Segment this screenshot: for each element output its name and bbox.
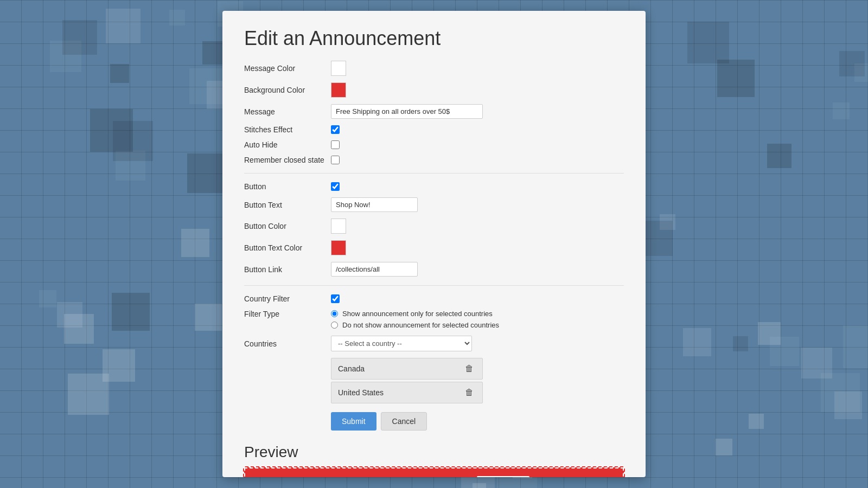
button-text-color-row: Button Text Color xyxy=(244,240,624,255)
remember-label: Remember closed state xyxy=(244,156,331,164)
stitches-label: Stitches Effect xyxy=(244,125,331,134)
submit-button[interactable]: Submit xyxy=(331,412,376,431)
remember-row: Remember closed state xyxy=(244,156,624,164)
cancel-button[interactable]: Cancel xyxy=(381,412,427,431)
message-color-swatch[interactable] xyxy=(331,61,346,76)
preview-title: Preview xyxy=(244,444,624,461)
message-input[interactable] xyxy=(331,104,483,119)
preview-shop-now-button[interactable]: Shop Now! xyxy=(477,476,529,477)
button-row: Button xyxy=(244,182,624,191)
filter-type-options: Show announcement only for selected coun… xyxy=(331,310,499,329)
country-filter-label: Country Filter xyxy=(244,294,331,303)
country-item-canada: Canada 🗑 xyxy=(331,358,483,380)
button-link-label: Button Link xyxy=(244,265,331,274)
filter-show-option: Show announcement only for selected coun… xyxy=(331,310,499,318)
auto-hide-checkbox[interactable] xyxy=(331,140,340,149)
button-link-row: Button Link xyxy=(244,262,624,277)
page-title: Edit an Announcement xyxy=(244,27,624,50)
background-color-label: Background Color xyxy=(244,86,331,94)
filter-type-row: Filter Type Show announcement only for s… xyxy=(244,310,624,329)
stitches-checkbox[interactable] xyxy=(331,125,340,134)
button-text-color-label: Button Text Color xyxy=(244,243,331,252)
button-link-input[interactable] xyxy=(331,262,418,277)
delete-canada-button[interactable]: 🗑 xyxy=(463,363,476,375)
filter-show-radio[interactable] xyxy=(331,310,338,317)
button-color-label: Button Color xyxy=(244,222,331,230)
countries-row: Countries -- Select a country -- xyxy=(244,336,624,351)
button-color-swatch[interactable] xyxy=(331,219,346,234)
button-color-row: Button Color xyxy=(244,219,624,234)
countries-label: Countries xyxy=(244,339,331,348)
message-label: Message xyxy=(244,107,331,116)
message-row: Message xyxy=(244,104,624,119)
country-list: Canada 🗑 United States 🗑 xyxy=(331,358,483,403)
button-text-label: Button Text xyxy=(244,201,331,209)
country-name-us: United States xyxy=(338,388,384,397)
delete-us-button[interactable]: 🗑 xyxy=(463,387,476,399)
button-text-color-swatch[interactable] xyxy=(331,240,346,255)
auto-hide-label: Auto Hide xyxy=(244,140,331,149)
country-filter-checkbox[interactable] xyxy=(331,294,340,303)
form-buttons: Submit Cancel xyxy=(331,412,624,431)
stitches-row: Stitches Effect xyxy=(244,125,624,134)
modal-container: Edit an Announcement Message Color Backg… xyxy=(222,11,646,477)
remember-checkbox[interactable] xyxy=(331,156,340,164)
button-label: Button xyxy=(244,182,331,191)
background-color-swatch[interactable] xyxy=(331,82,346,98)
filter-hide-option: Do not show announcement for selected co… xyxy=(331,321,499,329)
country-filter-row: Country Filter xyxy=(244,294,624,303)
filter-hide-label: Do not show announcement for selected co… xyxy=(342,321,499,329)
preview-section: Preview Free Shipping on all orders over… xyxy=(244,444,624,477)
background-color-row: Background Color xyxy=(244,82,624,98)
countries-select[interactable]: -- Select a country -- xyxy=(331,336,472,351)
message-color-row: Message Color xyxy=(244,61,624,76)
button-text-input[interactable] xyxy=(331,197,418,212)
button-checkbox[interactable] xyxy=(331,182,340,191)
preview-bar: Free Shipping on all orders over 50$ Sho… xyxy=(244,467,624,477)
filter-show-label: Show announcement only for selected coun… xyxy=(342,310,493,318)
message-color-label: Message Color xyxy=(244,64,331,73)
country-name-canada: Canada xyxy=(338,364,365,373)
filter-type-label: Filter Type xyxy=(244,310,331,318)
button-text-row: Button Text xyxy=(244,197,624,212)
filter-hide-radio[interactable] xyxy=(331,322,338,329)
auto-hide-row: Auto Hide xyxy=(244,140,624,149)
country-item-us: United States 🗑 xyxy=(331,382,483,403)
